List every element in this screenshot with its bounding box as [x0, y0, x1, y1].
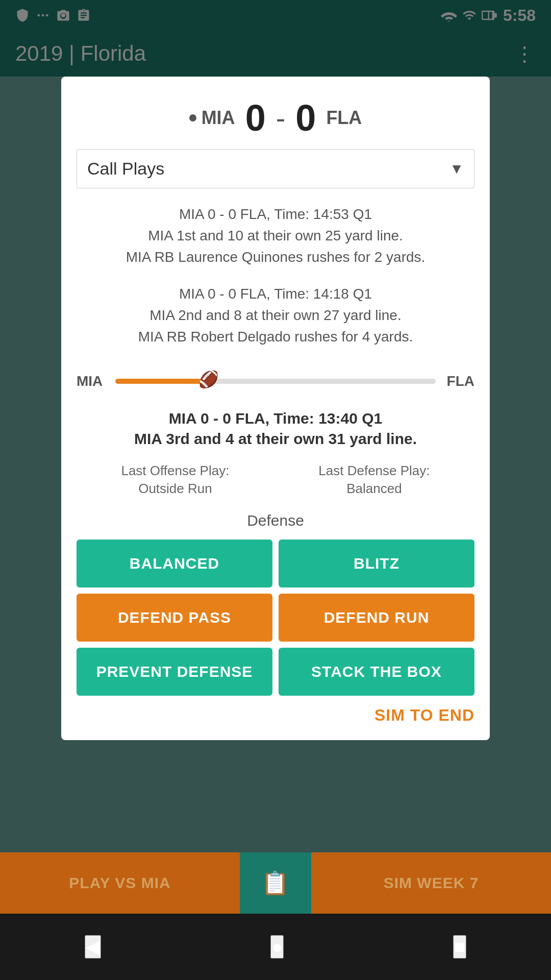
- blitz-button[interactable]: BLITZ: [279, 540, 474, 587]
- sim-to-end-button[interactable]: SIM TO END: [374, 706, 474, 725]
- balanced-button[interactable]: BALANCED: [77, 540, 272, 587]
- play-entry-1-line1: MIA 0 - 0 FLA, Time: 14:53 Q1: [77, 204, 474, 225]
- modal-overlay: MIA 0 - 0 FLA Call Plays ▼ MIA 0 - 0 FLA…: [0, 0, 551, 980]
- last-defense-value: Balanced: [318, 481, 430, 497]
- play-entry-1-line2: MIA 1st and 10 at their own 25 yard line…: [77, 225, 474, 247]
- scoreboard: MIA 0 - 0 FLA: [61, 77, 490, 149]
- play-log: MIA 0 - 0 FLA, Time: 14:53 Q1 MIA 1st an…: [61, 199, 490, 368]
- field-bar-fill: [115, 379, 205, 384]
- notes-button[interactable]: 📋: [240, 852, 311, 914]
- last-defense-play: Last Defense Play: Balanced: [318, 463, 430, 497]
- team-left-label: MIA: [189, 107, 235, 129]
- play-entry-1-line3: MIA RB Laurence Quinones rushes for 2 ya…: [77, 247, 474, 268]
- field-team-right: FLA: [444, 373, 474, 389]
- last-offense-play: Last Offense Play: Outside Run: [121, 463, 229, 497]
- team-right-label: FLA: [326, 107, 362, 129]
- score-left: 0: [245, 97, 266, 139]
- play-entry-2: MIA 0 - 0 FLA, Time: 14:18 Q1 MIA 2nd an…: [77, 283, 474, 348]
- defend-run-button[interactable]: DEFEND RUN: [279, 594, 474, 642]
- notes-icon: 📋: [261, 870, 290, 896]
- android-recent-button[interactable]: ■: [453, 935, 466, 959]
- football-icon: 🏈: [198, 370, 219, 389]
- modal-dialog: MIA 0 - 0 FLA Call Plays ▼ MIA 0 - 0 FLA…: [61, 77, 490, 740]
- call-plays-dropdown[interactable]: Call Plays ▼: [77, 149, 474, 188]
- dropdown-label: Call Plays: [87, 159, 164, 179]
- stack-the-box-button[interactable]: STACK THE BOX: [279, 648, 474, 696]
- dropdown-arrow-icon: ▼: [449, 161, 464, 177]
- button-row-2: DEFEND PASS DEFEND RUN: [77, 594, 474, 642]
- defense-buttons-grid: BALANCED BLITZ DEFEND PASS DEFEND RUN PR…: [61, 540, 490, 696]
- current-situation: MIA 0 - 0 FLA, Time: 13:40 Q1 MIA 3rd an…: [61, 395, 490, 453]
- sim-to-end-container: SIM TO END: [61, 696, 490, 725]
- android-home-button[interactable]: ●: [270, 935, 284, 959]
- android-nav-bar: ◀ ● ■: [0, 914, 551, 980]
- bottom-nav: PLAY VS MIA 📋 SIM WEEK 7: [0, 852, 551, 914]
- field-progress: MIA 🏈 FLA: [77, 373, 474, 389]
- sim-week-button[interactable]: SIM WEEK 7: [311, 852, 551, 914]
- field-bar: 🏈: [115, 379, 436, 384]
- score-dash: -: [276, 102, 286, 135]
- field-team-left: MIA: [77, 373, 107, 389]
- android-back-button[interactable]: ◀: [85, 935, 101, 959]
- button-row-3: PREVENT DEFENSE STACK THE BOX: [77, 648, 474, 696]
- play-entry-2-line2: MIA 2nd and 8 at their own 27 yard line.: [77, 305, 474, 326]
- last-offense-value: Outside Run: [121, 481, 229, 497]
- play-vs-mia-button[interactable]: PLAY VS MIA: [0, 852, 240, 914]
- last-offense-title: Last Offense Play:: [121, 463, 229, 479]
- situation-score: MIA 0 - 0 FLA, Time: 13:40 Q1: [77, 410, 474, 427]
- last-plays: Last Offense Play: Outside Run Last Defe…: [61, 453, 490, 507]
- situation-down: MIA 3rd and 4 at their own 31 yard line.: [77, 430, 474, 448]
- play-entry-2-line1: MIA 0 - 0 FLA, Time: 14:18 Q1: [77, 283, 474, 305]
- play-entry-2-line3: MIA RB Robert Delgado rushes for 4 yards…: [77, 326, 474, 348]
- score-right: 0: [295, 97, 316, 139]
- defense-section-label: Defense: [61, 512, 490, 529]
- defend-pass-button[interactable]: DEFEND PASS: [77, 594, 272, 642]
- prevent-defense-button[interactable]: PREVENT DEFENSE: [77, 648, 272, 696]
- button-row-1: BALANCED BLITZ: [77, 540, 474, 587]
- last-defense-title: Last Defense Play:: [318, 463, 430, 479]
- play-entry-1: MIA 0 - 0 FLA, Time: 14:53 Q1 MIA 1st an…: [77, 204, 474, 268]
- team-dot: [189, 114, 196, 121]
